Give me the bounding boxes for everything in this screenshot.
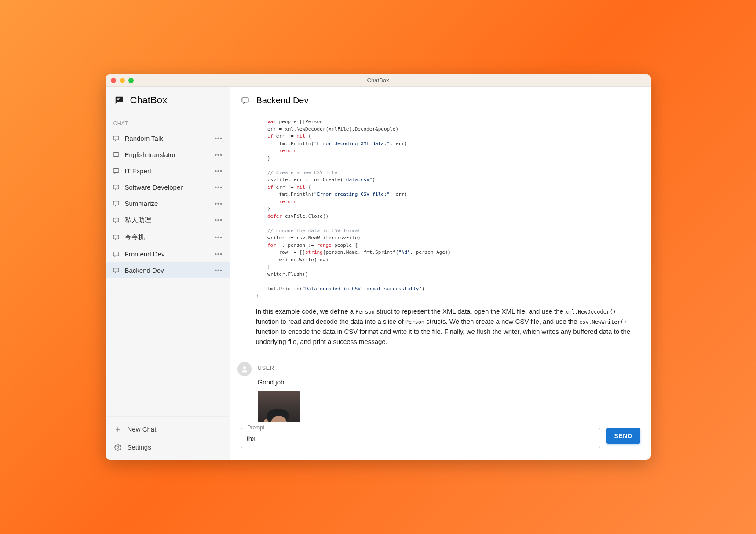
sidebar-chat-item[interactable]: Frontend Dev••• [106,246,230,262]
svg-rect-9 [113,235,119,239]
svg-rect-11 [113,268,119,272]
chat-item-more-icon[interactable]: ••• [215,135,223,142]
sidebar-chat-item[interactable]: Random Talk••• [106,130,230,146]
sidebar-chat-item[interactable]: 私人助理••• [106,212,230,229]
chat-icon [113,200,120,207]
svg-rect-3 [113,136,119,140]
chat-item-more-icon[interactable]: ••• [215,200,223,207]
chat-icon [113,251,120,258]
user-author-label: USER [258,365,300,371]
prompt-field[interactable]: Prompt [241,428,600,448]
chat-icon [113,217,120,224]
chat-item-label: Random Talk [125,135,163,142]
new-chat-button[interactable]: New Chat [106,420,230,438]
chat-item-label: 夸夸机 [125,233,145,241]
chat-header: Backend Dev [230,87,651,112]
chat-icon [113,267,120,274]
prompt-legend: Prompt [246,424,267,431]
user-image-attachment[interactable] [258,391,300,422]
svg-rect-2 [117,99,119,100]
chat-item-more-icon[interactable]: ••• [215,216,223,224]
user-message: USER Good job [237,362,639,422]
main-panel: Backend Dev var people []Person err = xm… [230,87,651,460]
assistant-code-block: var people []Person err = xml.NewDecoder… [256,112,639,303]
gear-icon [114,444,121,451]
chat-item-more-icon[interactable]: ••• [215,151,223,158]
chat-item-label: Backend Dev [125,267,164,274]
svg-rect-6 [113,185,119,189]
svg-point-12 [117,446,119,448]
chat-item-label: 私人助理 [125,216,151,224]
send-button[interactable]: SEND [606,428,640,444]
chat-item-label: IT Expert [125,167,152,175]
sidebar-chat-item[interactable]: English translator••• [106,146,230,163]
minimize-window-button[interactable] [120,78,125,83]
window-title: ChatBox [367,77,389,84]
svg-point-14 [243,366,246,369]
chat-item-more-icon[interactable]: ••• [215,183,223,191]
settings-label: Settings [128,443,151,451]
new-chat-label: New Chat [128,425,157,433]
sidebar-chat-item[interactable]: Software Developer••• [106,179,230,195]
sidebar-chat-item[interactable]: Summarize••• [106,195,230,212]
chat-item-more-icon[interactable]: ••• [215,267,223,274]
prompt-input[interactable] [247,435,595,442]
chat-item-label: Software Developer [125,183,183,191]
app-window: ChatBox ChatBox CHAT Random Talk•••Engli… [106,74,651,460]
chat-icon [113,234,120,241]
maximize-window-button[interactable] [128,78,134,83]
chat-icon [113,151,120,158]
chat-icon [113,168,120,175]
user-message-text: Good job [258,378,300,386]
user-avatar [237,362,252,376]
plus-icon [114,426,121,433]
chat-title: Backend Dev [256,95,309,106]
chat-item-label: Summarize [125,200,158,207]
brand-label: ChatBox [130,95,167,106]
chat-item-label: English translator [125,151,176,158]
sidebar-chat-item[interactable]: IT Expert••• [106,163,230,179]
brand-header: ChatBox [106,87,230,114]
titlebar: ChatBox [106,74,651,87]
brand-icon [114,95,124,105]
settings-button[interactable]: Settings [106,438,230,456]
sidebar-chat-item[interactable]: Backend Dev••• [106,262,230,278]
chat-icon [241,96,249,105]
chat-item-label: Frontend Dev [125,250,165,258]
composer: Prompt SEND [230,422,651,460]
svg-rect-5 [113,168,119,172]
chat-item-more-icon[interactable]: ••• [215,250,223,258]
chat-item-more-icon[interactable]: ••• [215,234,223,241]
window-controls [111,78,134,83]
svg-rect-13 [242,98,248,102]
svg-rect-1 [117,98,120,99]
svg-rect-10 [113,252,119,256]
svg-rect-7 [113,201,119,205]
svg-rect-0 [115,97,123,102]
chat-icon [113,135,120,142]
chat-section-label: CHAT [106,114,230,130]
close-window-button[interactable] [111,78,116,83]
chat-icon [113,184,120,191]
svg-rect-8 [113,218,119,222]
assistant-explanation: In this example code, we define a Person… [256,306,639,347]
chat-item-more-icon[interactable]: ••• [215,167,223,175]
svg-rect-4 [113,152,119,156]
chat-list: Random Talk•••English translator•••IT Ex… [106,130,230,416]
sidebar-chat-item[interactable]: 夸夸机••• [106,229,230,246]
message-scroll[interactable]: var people []Person err = xml.NewDecoder… [230,112,651,422]
sidebar: ChatBox CHAT Random Talk•••English trans… [106,87,230,460]
